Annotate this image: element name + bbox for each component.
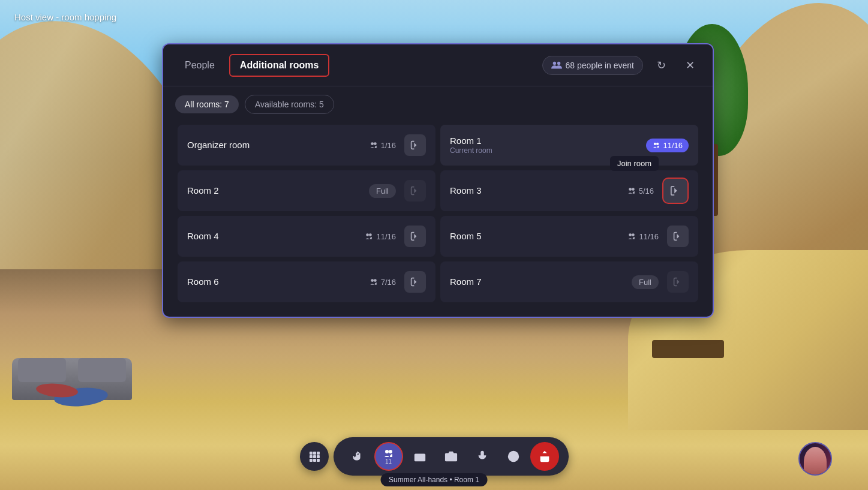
svg-rect-1	[313, 452, 316, 455]
join-btn-room4[interactable]	[404, 226, 426, 247]
enter-icon-organizer	[410, 140, 420, 150]
people-count-badge: 68 people in event	[542, 56, 643, 75]
occupancy-room1: 11/16	[646, 139, 689, 152]
room-name-room2: Room 2	[187, 185, 219, 196]
close-button[interactable]: ✕	[679, 55, 701, 76]
people-icon-room1	[652, 142, 660, 149]
filter-available-rooms[interactable]: Available rooms: 5	[245, 95, 334, 114]
occupancy-room4: 11/16	[364, 232, 396, 241]
rooms-panel: People Additional rooms 68 people in eve…	[162, 43, 714, 318]
people-icon-room6	[369, 278, 379, 285]
people-icon-room5	[627, 233, 636, 240]
emoji-icon	[507, 450, 520, 463]
enter-icon-room3	[670, 185, 681, 196]
svg-rect-8	[317, 459, 320, 462]
room-cell-organizer: Organizer room 1/16	[178, 125, 435, 166]
room-cell-room1: Room 1 Current room 11/16	[440, 125, 698, 166]
room-info-room1: 11/16	[646, 139, 689, 152]
avatar-body	[804, 447, 827, 474]
people-icon-room4	[364, 233, 374, 240]
occupancy-room5: 11/16	[627, 232, 659, 241]
join-btn-room5[interactable]	[667, 226, 689, 247]
enter-icon-room4	[410, 232, 420, 241]
svg-rect-2	[317, 452, 320, 455]
apps-icon	[308, 450, 320, 462]
refresh-button[interactable]: ↻	[650, 55, 672, 76]
room-info-room7: Full	[632, 271, 689, 293]
emoji-button[interactable]	[499, 442, 528, 471]
room-info-room3: 5/16 Join room	[627, 178, 689, 204]
people-count: 11	[385, 458, 392, 465]
room-info-room5: 11/16	[627, 226, 689, 247]
panel-header: People Additional rooms 68 people in eve…	[163, 44, 713, 86]
svg-point-12	[507, 451, 518, 462]
people-icon-room3	[627, 187, 636, 194]
room-grid: Organizer room 1/16 Room 1 Current room	[163, 122, 713, 317]
room-info-room2: Full	[369, 180, 426, 202]
room-info-room4: 11/16	[364, 226, 426, 247]
room-name-room7: Room 7	[450, 276, 482, 287]
people-button[interactable]: 11	[374, 442, 403, 471]
join-btn-room3[interactable]	[662, 178, 689, 204]
svg-rect-7	[313, 459, 316, 462]
camera-button[interactable]	[437, 442, 465, 471]
people-icon	[551, 60, 562, 71]
svg-rect-4	[313, 455, 316, 458]
room-name-room4: Room 4	[187, 231, 219, 241]
svg-rect-9	[414, 453, 425, 461]
room-cell-room2: Room 2 Full	[178, 170, 435, 211]
sofa-cushion-right	[78, 358, 126, 382]
occupancy-room6: 7/16	[369, 278, 396, 287]
mic-button[interactable]	[468, 442, 497, 471]
join-btn-room7[interactable]	[667, 271, 689, 293]
tab-people[interactable]: People	[175, 55, 224, 76]
room-cell-room7: Room 7 Full	[440, 261, 698, 302]
people-count-label: 68 people in event	[566, 61, 634, 70]
room-name-room5: Room 5	[450, 231, 482, 241]
mic-icon	[476, 450, 489, 463]
bg-bench	[652, 340, 724, 358]
svg-point-10	[449, 455, 453, 459]
room-cell-room4: Room 4 11/16	[178, 216, 435, 257]
filter-bar: All rooms: 7 Available rooms: 5	[163, 86, 713, 122]
record-button[interactable]	[406, 442, 434, 471]
clapperboard-icon	[413, 450, 427, 463]
room-name-room3: Room 3	[450, 185, 482, 196]
toolbar: 11	[300, 437, 569, 476]
enter-icon-room6	[410, 277, 420, 287]
room-info-organizer: 1/16	[369, 134, 426, 156]
filter-all-rooms[interactable]: All rooms: 7	[175, 95, 239, 113]
apps-button[interactable]	[300, 442, 329, 471]
share-button[interactable]	[530, 442, 559, 471]
tab-additional-rooms[interactable]: Additional rooms	[229, 54, 330, 77]
share-icon	[538, 450, 551, 463]
room-name-organizer: Organizer room	[187, 140, 250, 150]
join-btn-room6[interactable]	[404, 271, 426, 293]
status-bar: Summer All-hands • Room 1	[380, 473, 488, 486]
occupancy-organizer: 1/16	[369, 141, 396, 150]
room-name-room1: Room 1	[450, 136, 482, 146]
room-cell-room6: Room 6 7/16	[178, 261, 435, 302]
svg-rect-3	[310, 455, 313, 458]
people-icon-organizer	[369, 142, 379, 149]
enter-icon-room7	[673, 277, 683, 287]
user-avatar	[798, 442, 832, 476]
full-badge-room2: Full	[369, 184, 396, 198]
room-cell-room5: Room 5 11/16	[440, 216, 698, 257]
join-room-tooltip: Join room	[610, 156, 659, 171]
full-badge-room7: Full	[632, 275, 659, 289]
room-name-room6: Room 6	[187, 276, 219, 287]
camera-icon	[444, 450, 458, 463]
header-actions: 68 people in event ↻ ✕	[542, 55, 701, 76]
join-btn-organizer[interactable]	[404, 134, 426, 156]
room-info-room6: 7/16	[369, 271, 426, 293]
join-tooltip-wrapper: Join room	[659, 178, 689, 204]
occupancy-room3: 5/16	[627, 187, 654, 196]
svg-rect-0	[310, 452, 313, 455]
svg-rect-6	[310, 459, 313, 462]
enter-icon-room5	[673, 232, 683, 241]
people-toolbar-icon	[383, 449, 395, 458]
raise-hand-icon	[351, 450, 364, 463]
raise-hand-button[interactable]	[343, 442, 372, 471]
join-btn-room2[interactable]	[404, 180, 426, 202]
